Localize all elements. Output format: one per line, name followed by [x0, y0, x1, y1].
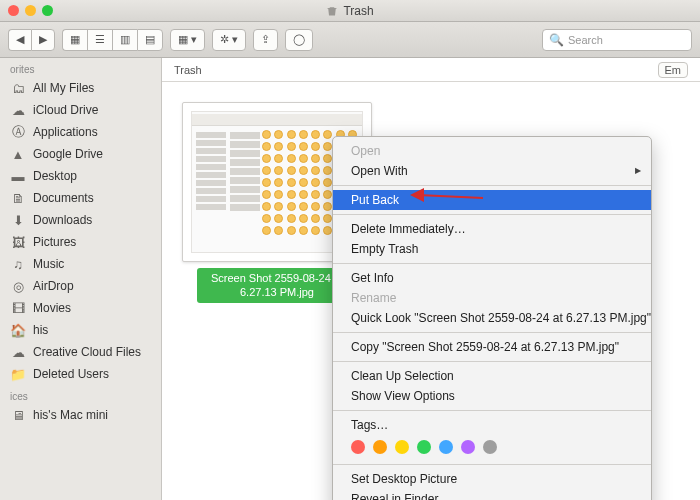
- menu-tag-colors: [333, 435, 651, 460]
- menu-reveal-in-finder[interactable]: Reveal in Finder: [333, 489, 651, 500]
- sidebar-item-documents[interactable]: 🗎Documents: [0, 187, 161, 209]
- nav-buttons: ◀ ▶: [8, 29, 55, 51]
- applications-icon: Ⓐ: [10, 124, 26, 140]
- sidebar-item-music[interactable]: ♫Music: [0, 253, 161, 275]
- tag-color-dot[interactable]: [461, 440, 475, 454]
- sidebar-item-home[interactable]: 🏠his: [0, 319, 161, 341]
- window-titlebar: Trash: [0, 0, 700, 22]
- menu-separator: [333, 185, 651, 186]
- desktop-icon: ▬: [10, 168, 26, 184]
- menu-put-back[interactable]: Put Back: [333, 190, 651, 210]
- tag-color-dot[interactable]: [373, 440, 387, 454]
- coverflow-view-button[interactable]: ▤: [137, 29, 163, 51]
- menu-tags[interactable]: Tags…: [333, 415, 651, 435]
- tag-color-dot[interactable]: [351, 440, 365, 454]
- column-view-button[interactable]: ▥: [112, 29, 137, 51]
- menu-quick-look[interactable]: Quick Look "Screen Shot 2559-08-24 at 6.…: [333, 308, 651, 328]
- toolbar: ◀ ▶ ▦ ☰ ▥ ▤ ▦ ▾ ✲ ▾ ⇪ ◯ 🔍 Search: [0, 22, 700, 58]
- sidebar-section-favorites: orites: [0, 58, 161, 77]
- sidebar-item-mac-mini[interactable]: 🖥his's Mac mini: [0, 404, 161, 426]
- empty-trash-button[interactable]: Em: [658, 62, 689, 78]
- all-my-files-icon: 🗂: [10, 80, 26, 96]
- tag-color-dot[interactable]: [395, 440, 409, 454]
- sidebar-item-downloads[interactable]: ⬇︎Downloads: [0, 209, 161, 231]
- sidebar-item-deleted-users[interactable]: 📁Deleted Users: [0, 363, 161, 385]
- home-icon: 🏠: [10, 322, 26, 338]
- sidebar-item-creative-cloud[interactable]: ☁︎Creative Cloud Files: [0, 341, 161, 363]
- sidebar-section-devices: ices: [0, 385, 161, 404]
- icon-view-button[interactable]: ▦: [62, 29, 87, 51]
- menu-separator: [333, 464, 651, 465]
- view-mode-buttons: ▦ ☰ ▥ ▤: [62, 29, 163, 51]
- menu-set-desktop[interactable]: Set Desktop Picture: [333, 469, 651, 489]
- trash-icon: [326, 5, 338, 17]
- list-view-button[interactable]: ☰: [87, 29, 112, 51]
- menu-show-view-options[interactable]: Show View Options: [333, 386, 651, 406]
- menu-copy[interactable]: Copy "Screen Shot 2559-08-24 at 6.27.13 …: [333, 337, 651, 357]
- menu-separator: [333, 361, 651, 362]
- documents-icon: 🗎: [10, 190, 26, 206]
- sidebar-item-pictures[interactable]: 🖼Pictures: [0, 231, 161, 253]
- movies-icon: 🎞: [10, 300, 26, 316]
- creative-cloud-icon: ☁︎: [10, 344, 26, 360]
- menu-open-with[interactable]: Open With: [333, 161, 651, 181]
- downloads-icon: ⬇︎: [10, 212, 26, 228]
- sidebar-item-applications[interactable]: ⒶApplications: [0, 121, 161, 143]
- folder-icon: 📁: [10, 366, 26, 382]
- google-drive-icon: ▲: [10, 146, 26, 162]
- action-button[interactable]: ✲ ▾: [212, 29, 246, 51]
- sidebar: orites 🗂All My Files ☁︎iCloud Drive ⒶApp…: [0, 58, 162, 500]
- menu-separator: [333, 263, 651, 264]
- music-icon: ♫: [10, 256, 26, 272]
- tag-color-dot[interactable]: [439, 440, 453, 454]
- sidebar-item-movies[interactable]: 🎞Movies: [0, 297, 161, 319]
- pictures-icon: 🖼: [10, 234, 26, 250]
- back-button[interactable]: ◀: [8, 29, 31, 51]
- context-menu: Open Open With Put Back Delete Immediate…: [332, 136, 652, 500]
- menu-open[interactable]: Open: [333, 141, 651, 161]
- tag-color-dot[interactable]: [417, 440, 431, 454]
- menu-rename[interactable]: Rename: [333, 288, 651, 308]
- sidebar-item-desktop[interactable]: ▬Desktop: [0, 165, 161, 187]
- sidebar-item-airdrop[interactable]: ◎AirDrop: [0, 275, 161, 297]
- menu-separator: [333, 332, 651, 333]
- search-field[interactable]: 🔍 Search: [542, 29, 692, 51]
- arrange-button[interactable]: ▦ ▾: [170, 29, 205, 51]
- menu-empty-trash[interactable]: Empty Trash: [333, 239, 651, 259]
- sidebar-item-all-my-files[interactable]: 🗂All My Files: [0, 77, 161, 99]
- menu-get-info[interactable]: Get Info: [333, 268, 651, 288]
- location-header: Trash Em: [162, 58, 700, 82]
- search-icon: 🔍: [549, 33, 564, 47]
- tag-color-dot[interactable]: [483, 440, 497, 454]
- window-title-text: Trash: [343, 4, 373, 18]
- icloud-icon: ☁︎: [10, 102, 26, 118]
- location-label: Trash: [174, 64, 202, 76]
- airdrop-icon: ◎: [10, 278, 26, 294]
- tags-button[interactable]: ◯: [285, 29, 313, 51]
- mac-mini-icon: 🖥: [10, 407, 26, 423]
- menu-separator: [333, 214, 651, 215]
- menu-clean-up[interactable]: Clean Up Selection: [333, 366, 651, 386]
- sidebar-item-google-drive[interactable]: ▲Google Drive: [0, 143, 161, 165]
- menu-separator: [333, 410, 651, 411]
- menu-delete-immediately[interactable]: Delete Immediately…: [333, 219, 651, 239]
- window-title: Trash: [0, 4, 700, 18]
- sidebar-item-icloud[interactable]: ☁︎iCloud Drive: [0, 99, 161, 121]
- forward-button[interactable]: ▶: [31, 29, 55, 51]
- search-placeholder: Search: [568, 34, 603, 46]
- share-button[interactable]: ⇪: [253, 29, 278, 51]
